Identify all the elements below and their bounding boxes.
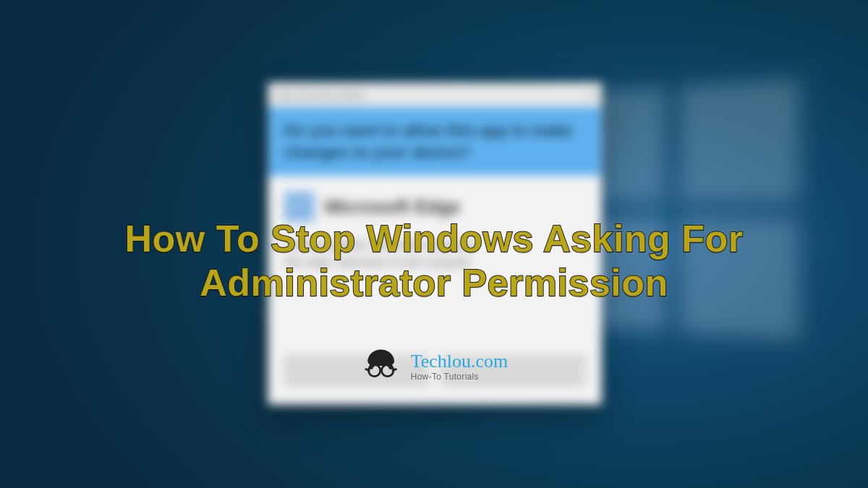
geek-head-icon [360, 346, 402, 388]
uac-titlebar: User Account Control × [268, 83, 601, 107]
uac-titlebar-text: User Account Control [276, 90, 365, 100]
close-icon[interactable]: × [587, 88, 594, 101]
brand-name: Techlou.com [411, 352, 509, 371]
uac-prompt: Do you want to allow this app to make ch… [268, 107, 601, 176]
site-logo: Techlou.com How-To Tutorials [360, 346, 509, 388]
app-name: Microsoft Edge [325, 196, 461, 218]
article-headline: How To Stop Windows Asking For Administr… [0, 217, 868, 306]
brand-tagline: How-To Tutorials [411, 372, 509, 381]
